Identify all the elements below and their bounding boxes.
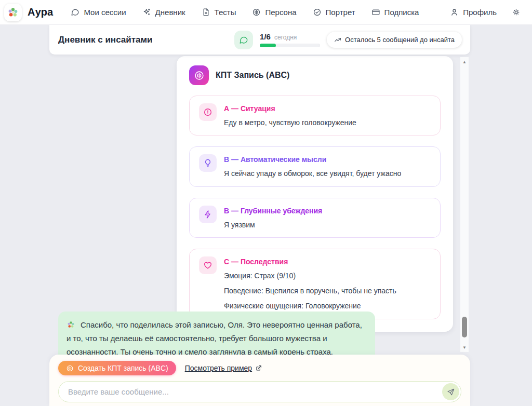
scroll-down-arrow[interactable]: ▼ (460, 344, 469, 351)
trending-up-icon (334, 36, 341, 44)
nav-item-label: Тесты (215, 8, 236, 17)
scroll-up-arrow[interactable]: ▲ (460, 58, 469, 65)
nav-item-portrait[interactable]: Портрет (313, 8, 355, 17)
lightbulb-icon (199, 154, 217, 172)
daily-counter: 1/6 сегодня (260, 32, 320, 47)
section-text: Я сейчас упаду в обморок, все увидят, бу… (224, 168, 401, 179)
nav-item-label: Подписка (384, 8, 419, 17)
brain-icon (194, 70, 205, 81)
send-icon (447, 388, 455, 396)
message-input[interactable] (58, 381, 461, 402)
progress-bar (260, 44, 320, 47)
nav-item-profile[interactable]: Профиль (450, 8, 497, 17)
diary-header: Дневник с инсайтами 1/6 сегодня Осталось… (49, 25, 470, 55)
nav-item-subscription[interactable]: Подписка (371, 8, 419, 17)
kpt-badge (189, 65, 209, 85)
top-navigation: Аура Мои сессии Дневник Тесты Персона По… (0, 0, 532, 25)
scrollbar-thumb[interactable] (462, 317, 467, 337)
section-c-consequences: С — Последствия Эмоция: Страх (9/10) Пов… (189, 249, 441, 319)
nav-item-label: Профиль (463, 8, 497, 17)
section-title: А — Ситуация (224, 104, 356, 113)
create-kpt-record-label: Создать КПТ запись (ABC) (78, 364, 168, 372)
nav-item-my-sessions[interactable]: Мои сессии (71, 8, 126, 17)
kpt-record-card: КПТ Запись (ABC) А — Ситуация Еду в метр… (177, 56, 453, 332)
nav-item-diary[interactable]: Дневник (142, 8, 185, 17)
counter-value: 1/6 (260, 32, 271, 41)
brand-title: Аура (28, 6, 53, 18)
nav-item-label: Дневник (155, 8, 185, 17)
chat-scrollbar[interactable]: ▲ ▼ (460, 57, 469, 352)
message-composer: Создать КПТ запись (ABC) Посмотреть прим… (49, 355, 470, 406)
brain-icon (66, 364, 74, 372)
progress-fill (260, 44, 276, 47)
insight-remaining-label: Осталось 5 сообщений до инсайта (345, 36, 455, 44)
view-example-link[interactable]: Посмотреть пример (185, 364, 262, 372)
section-title: B — Автоматические мысли (224, 155, 401, 164)
nav-item-tests[interactable]: Тесты (202, 8, 236, 17)
nav-item-label: Портрет (326, 8, 355, 17)
lightning-icon (199, 206, 217, 223)
section-title: С — Последствия (224, 258, 396, 266)
section-text: Еду в метро, чувствую головокружение (224, 117, 356, 128)
credit-card-icon (371, 8, 380, 17)
sun-icon (512, 8, 521, 17)
message-counter-badge (234, 31, 253, 49)
assistant-message-text: Спасибо, что поделилась этой записью, Ол… (66, 320, 362, 356)
person-icon (450, 8, 459, 17)
header-right-group: 1/6 сегодня Осталось 5 сообщений до инса… (234, 31, 462, 49)
kpt-card-title: КПТ Запись (ABC) (216, 71, 289, 80)
nav-item-label: Персона (265, 8, 296, 17)
section-title: В — Глубинные убеждения (224, 207, 322, 215)
heart-icon (199, 256, 217, 274)
alert-circle-icon (199, 103, 217, 121)
emotion-line: Эмоция: Страх (9/10) (224, 270, 396, 281)
aura-logo[interactable] (4, 4, 22, 21)
nav-item-persona[interactable]: Персона (252, 8, 296, 17)
page-title: Дневник с инсайтами (58, 35, 153, 45)
circle-check-icon (313, 8, 322, 17)
brain-icon (252, 8, 261, 17)
section-a-situation: А — Ситуация Еду в метро, чувствую голов… (189, 96, 441, 136)
aura-avatar-icon (66, 320, 75, 329)
physical-line: Физические ощущения: Головокружение (224, 301, 396, 311)
kpt-card-header: КПТ Запись (ABC) (189, 65, 441, 85)
chat-messages-area: КПТ Запись (ABC) А — Ситуация Еду в метр… (49, 55, 470, 355)
section-b-core-beliefs: В — Глубинные убеждения Я уязвим (189, 198, 441, 238)
counter-caption: сегодня (274, 34, 297, 41)
external-link-icon (255, 364, 262, 372)
nav-item-label: Мои сессии (84, 8, 126, 17)
section-b-automatic-thoughts: B — Автоматические мысли Я сейчас упаду … (189, 146, 441, 186)
behavior-line: Поведение: Вцепился в поручень, чтобы не… (224, 286, 396, 296)
insight-remaining-button[interactable]: Осталось 5 сообщений до инсайта (327, 32, 462, 48)
theme-toggle-button[interactable] (509, 6, 523, 19)
sparkles-icon (142, 8, 151, 17)
document-icon (202, 8, 210, 17)
create-kpt-record-button[interactable]: Создать КПТ запись (ABC) (58, 361, 176, 375)
send-message-button[interactable] (442, 383, 459, 400)
chat-icon (239, 35, 248, 45)
section-text: Я уязвим (224, 220, 322, 230)
nav-right-group: Профиль (450, 6, 523, 19)
chat-icon (71, 8, 79, 17)
flower-logo-icon (7, 6, 19, 19)
view-example-label: Посмотреть пример (185, 364, 252, 372)
